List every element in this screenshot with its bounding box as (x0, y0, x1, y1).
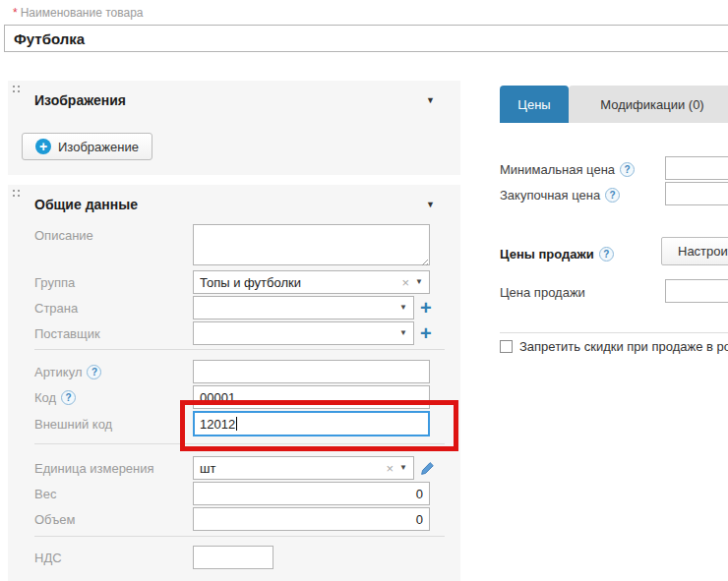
chevron-down-icon[interactable]: ▼ (399, 304, 407, 312)
divider (34, 443, 445, 444)
help-icon[interactable]: ? (599, 247, 614, 261)
volume-row: Объем (34, 507, 445, 531)
unit-select-value: шт (200, 461, 386, 476)
drag-handle-icon[interactable] (13, 86, 21, 93)
text-cursor (236, 417, 237, 431)
divider (34, 349, 445, 350)
no-discount-label: Запретить скидки при продаже в розницу (519, 339, 728, 354)
min-price-input[interactable] (665, 156, 728, 180)
sale-prices-label: Цены продажи (500, 247, 594, 261)
min-price-row: Минимальная цена? (500, 156, 728, 182)
article-input[interactable] (193, 360, 430, 383)
prices-section: Цены Модификации (0) Минимальная цена? З… (500, 86, 728, 581)
no-discount-row: Запретить скидки при продаже в розницу (500, 339, 728, 354)
code-label: Код (34, 390, 56, 405)
tab-modifications[interactable]: Модификации (0) (569, 86, 728, 123)
chevron-down-icon[interactable]: ▼ (415, 278, 423, 286)
clear-icon[interactable]: × (401, 276, 409, 289)
chevron-down-icon[interactable]: ▼ (399, 329, 407, 337)
volume-input[interactable] (193, 507, 430, 531)
volume-label: Объем (34, 512, 193, 527)
article-label: Артикул (34, 365, 82, 379)
description-row: Описание (34, 224, 445, 268)
collapse-icon[interactable]: ▼ (426, 200, 435, 209)
vat-input[interactable] (193, 546, 273, 569)
country-select[interactable]: ▼ (193, 296, 414, 320)
group-select-value: Топы и футболки (200, 275, 401, 290)
external-code-row: Внешний код 12012 (34, 411, 445, 436)
plus-circle-icon: + (35, 139, 51, 154)
sale-price-label: Цена продажи (500, 285, 585, 300)
help-icon[interactable]: ? (87, 365, 101, 379)
purchase-price-label: Закупочная цена (500, 188, 600, 203)
min-price-label: Минимальная цена (500, 162, 615, 177)
product-edit-page: { "colors": { "accent_blue": "#2e7fb4", … (0, 0, 728, 581)
general-form: Описание Группа Топы и футболки × ▼ Стра… (8, 212, 460, 569)
purchase-price-row: Закупочная цена? (500, 182, 728, 207)
images-panel: Изображения ▼ + Изображение (8, 81, 460, 175)
add-supplier-button[interactable]: + (420, 323, 432, 343)
general-panel-header: Общие данные ▼ (8, 185, 460, 212)
help-icon[interactable]: ? (605, 188, 620, 203)
supplier-label: Поставщик (34, 326, 193, 341)
group-label: Группа (34, 275, 193, 290)
article-row: Артикул? (34, 360, 445, 383)
unit-label: Единица измерения (34, 461, 193, 476)
code-input[interactable] (193, 385, 430, 409)
sale-prices-row: Цены продажи? Настроить (500, 241, 728, 266)
vat-label: НДС (34, 551, 193, 565)
help-icon[interactable]: ? (620, 162, 635, 177)
add-image-button[interactable]: + Изображение (22, 133, 152, 160)
product-name-label-text: Наименование товара (21, 6, 144, 20)
group-row: Группа Топы и футболки × ▼ (34, 270, 445, 294)
weight-label: Вес (34, 487, 193, 501)
country-row: Страна ▼ + (34, 296, 445, 320)
group-select[interactable]: Топы и футболки × ▼ (193, 270, 430, 294)
sale-price-row: Цена продажи (500, 279, 728, 305)
configure-prices-button[interactable]: Настроить (661, 237, 728, 265)
unit-select[interactable]: шт × ▼ (193, 456, 414, 480)
supplier-row: Поставщик ▼ + (34, 321, 445, 345)
divider (500, 332, 728, 333)
images-panel-title: Изображения (34, 92, 426, 108)
required-marker: * (13, 6, 18, 20)
weight-input[interactable] (193, 482, 430, 505)
tab-bar: Цены Модификации (0) (500, 86, 728, 123)
general-data-panel: Общие данные ▼ Описание Группа Топы и фу… (8, 185, 460, 581)
code-row: Код? (34, 385, 445, 409)
chevron-down-icon[interactable]: ▼ (399, 464, 407, 472)
external-code-value: 12012 (200, 417, 235, 432)
add-image-button-label: Изображение (58, 140, 139, 154)
description-textarea[interactable] (193, 224, 430, 265)
add-country-button[interactable]: + (420, 298, 432, 318)
unit-row: Единица измерения шт × ▼ (34, 456, 445, 480)
external-code-input[interactable]: 12012 (193, 411, 430, 436)
sale-price-input[interactable] (665, 279, 728, 303)
product-name-label: *Наименование товара (13, 6, 144, 20)
help-icon[interactable]: ? (61, 390, 76, 405)
images-panel-header: Изображения ▼ (8, 81, 460, 108)
supplier-select[interactable]: ▼ (193, 321, 414, 345)
country-label: Страна (34, 301, 193, 316)
tab-prices[interactable]: Цены (500, 86, 569, 123)
external-code-label: Внешний код (34, 417, 193, 432)
clear-icon[interactable]: × (386, 462, 394, 475)
weight-row: Вес (34, 482, 445, 505)
no-discount-checkbox[interactable] (500, 340, 513, 353)
general-panel-title: Общие данные (34, 197, 426, 212)
vat-row: НДС (34, 546, 445, 569)
drag-handle-icon[interactable] (13, 190, 21, 198)
divider (34, 536, 445, 537)
product-name-input[interactable] (4, 25, 728, 52)
edit-pencil-icon[interactable] (420, 461, 435, 476)
collapse-icon[interactable]: ▼ (426, 95, 435, 105)
purchase-price-input[interactable] (665, 182, 728, 205)
description-label: Описание (34, 224, 193, 243)
